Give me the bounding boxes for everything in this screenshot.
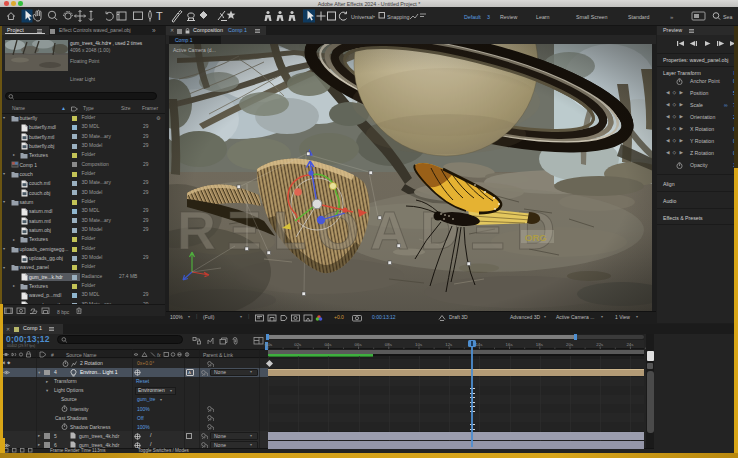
svg-text:Standard: Standard <box>628 14 650 20</box>
svg-text:Review: Review <box>500 14 518 20</box>
svg-text:Snapping: Snapping <box>387 14 409 20</box>
svg-text:Universal: Universal <box>351 14 373 20</box>
svg-text:Learn: Learn <box>536 14 550 20</box>
svg-text:Small Screen: Small Screen <box>576 14 608 20</box>
svg-text:»: » <box>670 14 674 20</box>
svg-text:ORG: ORG <box>525 232 547 243</box>
svg-text:T: T <box>156 10 163 22</box>
svg-text:Sea: Sea <box>723 14 732 20</box>
svg-text:Source Name: Source Name <box>66 351 97 357</box>
svg-text:3: 3 <box>487 14 490 20</box>
svg-text:fx: fx <box>157 352 161 357</box>
svg-text:Parent & Link: Parent & Link <box>203 351 234 357</box>
svg-text:▾: ▾ <box>373 14 375 19</box>
svg-text:Default: Default <box>464 14 481 20</box>
svg-text:8 bpc: 8 bpc <box>57 309 70 315</box>
svg-text:Active Camera (d...: Active Camera (d... <box>173 47 216 53</box>
svg-text:#: # <box>51 351 54 357</box>
